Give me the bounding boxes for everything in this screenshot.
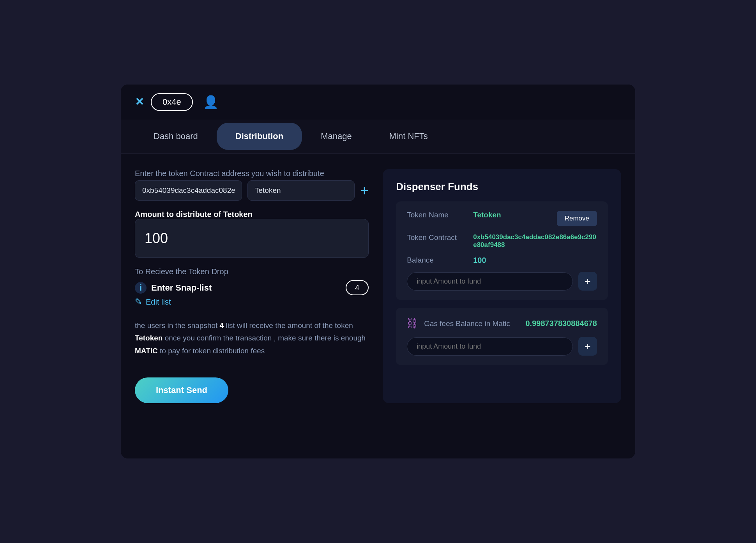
- token-contract-value: 0xb54039dac3c4addac082e86a6e9c290e80af94…: [473, 233, 597, 249]
- gas-value: 0.998737830884678: [525, 319, 597, 328]
- amount-display: 100: [135, 219, 369, 258]
- chain-icon: ⛓: [407, 317, 418, 330]
- gas-fund-input[interactable]: [407, 337, 573, 356]
- token-name-value: Tetoken: [473, 211, 551, 219]
- gas-section: ⛓ Gas fees Balance in Matic 0.9987378308…: [396, 308, 608, 365]
- remove-button[interactable]: Remove: [557, 211, 597, 226]
- snaplist-label: Enter Snap-list: [151, 283, 212, 293]
- main-content: Enter the token Contract address you wis…: [121, 153, 635, 403]
- snaplist-left: i Enter Snap-list: [135, 282, 212, 294]
- token-name-label: Token Name: [407, 211, 473, 219]
- info-icon: i: [135, 282, 147, 294]
- token-name-row: Token Name Tetoken Remove: [407, 211, 597, 226]
- info-text: the users in the snapshot 4 list will re…: [135, 319, 369, 357]
- tab-manage[interactable]: Manage: [302, 123, 371, 150]
- tab-mint-nfts[interactable]: Mint NFTs: [371, 123, 447, 150]
- token-fund-input[interactable]: [407, 272, 573, 291]
- token-name-input[interactable]: [247, 180, 355, 201]
- top-bar: ✕ 0x4e 👤: [121, 85, 635, 120]
- token-dispenser-section: Token Name Tetoken Remove Token Contract…: [396, 201, 608, 300]
- wallet-address-button[interactable]: 0x4e: [151, 93, 193, 111]
- gas-fund-add-button[interactable]: +: [578, 337, 597, 356]
- contract-row: +: [135, 180, 369, 201]
- balance-label: Balance: [407, 256, 473, 264]
- gas-label: Gas fees Balance in Matic: [424, 319, 510, 328]
- token-fund-add-button[interactable]: +: [578, 272, 597, 291]
- edit-list-row: ✎ Edit list: [135, 297, 369, 307]
- token-contract-label: Token Contract: [407, 233, 473, 242]
- balance-row: Balance 100: [407, 256, 597, 265]
- left-panel: Enter the token Contract address you wis…: [135, 169, 369, 403]
- receive-label: To Recieve the Token Drop: [135, 267, 369, 276]
- right-panel: Dispenser Funds Token Name Tetoken Remov…: [383, 169, 621, 403]
- tab-dashboard[interactable]: Dash board: [135, 123, 217, 150]
- user-icon: 👤: [203, 95, 219, 109]
- instant-send-button[interactable]: Instant Send: [135, 377, 228, 403]
- snaplist-row: i Enter Snap-list 4: [135, 280, 369, 295]
- contract-address-input[interactable]: [135, 180, 242, 201]
- token-contract-row: Token Contract 0xb54039dac3c4addac082e86…: [407, 233, 597, 249]
- edit-icon: ✎: [135, 297, 142, 307]
- gas-fund-row: +: [407, 337, 597, 356]
- tab-distribution[interactable]: Distribution: [217, 123, 302, 150]
- app-container: ✕ 0x4e 👤 Dash board Distribution Manage …: [121, 85, 635, 458]
- contract-section-label: Enter the token Contract address you wis…: [135, 169, 369, 178]
- dispenser-title: Dispenser Funds: [396, 181, 608, 193]
- snaplist-count-badge: 4: [346, 280, 369, 295]
- token-fund-row: +: [407, 272, 597, 291]
- add-contract-button[interactable]: +: [360, 183, 369, 198]
- amount-label: Amount to distribute of Tetoken: [135, 210, 369, 219]
- nav-tabs: Dash board Distribution Manage Mint NFTs: [121, 120, 635, 153]
- balance-value: 100: [473, 256, 597, 265]
- close-button[interactable]: ✕: [135, 97, 144, 108]
- edit-list-button[interactable]: Edit list: [146, 298, 171, 307]
- gas-row: ⛓ Gas fees Balance in Matic 0.9987378308…: [407, 317, 597, 330]
